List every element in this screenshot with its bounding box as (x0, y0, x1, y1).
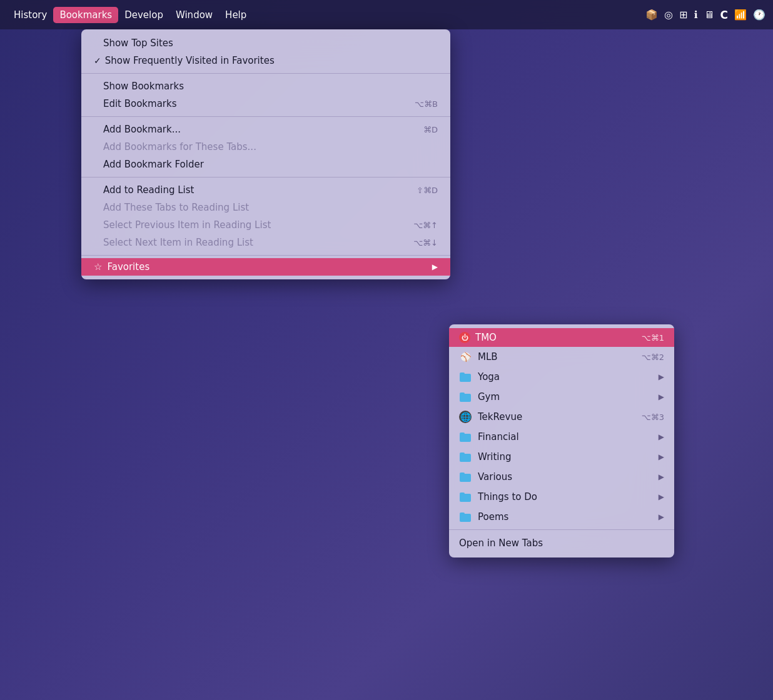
time-machine-icon: 🕐 (753, 9, 765, 21)
financial-folder-icon (459, 431, 472, 443)
fav-things-to-do[interactable]: Things to Do ▶ (449, 487, 674, 507)
fav-poems[interactable]: Poems ▶ (449, 507, 674, 527)
add-bookmark[interactable]: Add Bookmark... ⌘D (81, 121, 450, 138)
divider-2 (81, 116, 450, 117)
svg-rect-9 (460, 472, 465, 475)
select-previous-reading-list[interactable]: Select Previous Item in Reading List ⌥⌘↑ (81, 216, 450, 234)
menu-bookmarks[interactable]: Bookmarks (53, 7, 118, 23)
poems-arrow-icon: ▶ (659, 512, 664, 521)
bookmarks-section-2: Show Bookmarks Edit Bookmarks ⌥⌘B (81, 76, 450, 114)
creative-cloud-icon: ◎ (664, 9, 673, 21)
gym-arrow-icon: ▶ (659, 392, 664, 401)
svg-rect-3 (460, 392, 465, 395)
select-next-reading-list[interactable]: Select Next Item in Reading List ⌥⌘↓ (81, 234, 450, 251)
menu-window[interactable]: Window (169, 7, 219, 23)
add-to-reading-list[interactable]: Add to Reading List ⇧⌘D (81, 181, 450, 199)
fav-tmo[interactable]: TMO ⌥⌘1 (449, 328, 674, 347)
fav-gym[interactable]: Gym ▶ (449, 387, 674, 407)
bookmarks-section-3: Add Bookmark... ⌘D Add Bookmarks for The… (81, 119, 450, 174)
fav-tekrevue[interactable]: 🌐 TekRevue ⌥⌘3 (449, 407, 674, 427)
divider-4 (81, 255, 450, 256)
things-folder-icon (459, 491, 472, 503)
svg-rect-13 (460, 512, 465, 515)
menu-develop[interactable]: Develop (118, 7, 169, 23)
open-in-new-tabs[interactable]: Open in New Tabs (449, 532, 674, 554)
system-icon2: ℹ (694, 9, 697, 21)
tekrevue-icon: 🌐 (459, 411, 472, 423)
various-arrow-icon: ▶ (659, 472, 664, 481)
add-bookmark-folder[interactable]: Add Bookmark Folder (81, 156, 450, 173)
bookmarks-menu: Show Top Sites ✓ Show Frequently Visited… (81, 29, 450, 279)
svg-rect-5 (460, 432, 465, 435)
financial-arrow-icon: ▶ (659, 432, 664, 441)
svg-rect-1 (460, 372, 465, 375)
fav-mlb[interactable]: ⚾ MLB ⌥⌘2 (449, 347, 674, 367)
writing-arrow-icon: ▶ (659, 452, 664, 461)
yoga-folder-icon (459, 371, 472, 383)
writing-folder-icon (459, 451, 472, 463)
menu-history[interactable]: History (8, 7, 53, 23)
poems-folder-icon (459, 511, 472, 523)
star-icon: ☆ (94, 261, 102, 272)
divider-3 (81, 177, 450, 178)
dropbox-icon: 📦 (645, 9, 658, 21)
add-bookmarks-for-tabs[interactable]: Add Bookmarks for These Tabs... (81, 138, 450, 156)
favorites-submenu: TMO ⌥⌘1 ⚾ MLB ⌥⌘2 Yoga ▶ Gym ▶ 🌐 TekRevu… (449, 324, 674, 558)
mlb-icon: ⚾ (459, 351, 472, 363)
bookmarks-section-1: Show Top Sites ✓ Show Frequently Visited… (81, 33, 450, 71)
favorites-item[interactable]: ☆ Favorites ▶ (81, 258, 450, 276)
various-folder-icon (459, 471, 472, 483)
carrot-icon: C (720, 9, 728, 21)
menu-help[interactable]: Help (219, 7, 253, 23)
tmo-icon (459, 332, 470, 343)
show-top-sites[interactable]: Show Top Sites (81, 34, 450, 52)
submenu-arrow-icon: ▶ (432, 262, 438, 271)
show-bookmarks[interactable]: Show Bookmarks (81, 78, 450, 95)
add-tabs-to-reading-list[interactable]: Add These Tabs to Reading List (81, 199, 450, 216)
divider-1 (81, 73, 450, 74)
menu-bar-right-icons: 📦 ◎ ⊞ ℹ 🖥 C 📶 🕐 (645, 9, 765, 21)
airplay-icon: 🖥 (704, 9, 714, 21)
fav-yoga[interactable]: Yoga ▶ (449, 367, 674, 387)
svg-rect-7 (460, 452, 465, 455)
svg-rect-11 (460, 492, 465, 495)
fav-writing[interactable]: Writing ▶ (449, 447, 674, 467)
things-arrow-icon: ▶ (659, 492, 664, 501)
fav-financial[interactable]: Financial ▶ (449, 427, 674, 447)
yoga-arrow-icon: ▶ (659, 372, 664, 381)
menu-bar: History Bookmarks Develop Window Help 📦 … (0, 0, 773, 29)
fav-divider (449, 529, 674, 530)
system-icon1: ⊞ (679, 9, 687, 21)
fav-various[interactable]: Various ▶ (449, 467, 674, 487)
edit-bookmarks[interactable]: Edit Bookmarks ⌥⌘B (81, 95, 450, 112)
wifi-icon: 📶 (734, 9, 747, 21)
show-frequently-visited[interactable]: ✓ Show Frequently Visited in Favorites (81, 52, 450, 69)
gym-folder-icon (459, 391, 472, 403)
bookmarks-section-4: Add to Reading List ⇧⌘D Add These Tabs t… (81, 180, 450, 252)
